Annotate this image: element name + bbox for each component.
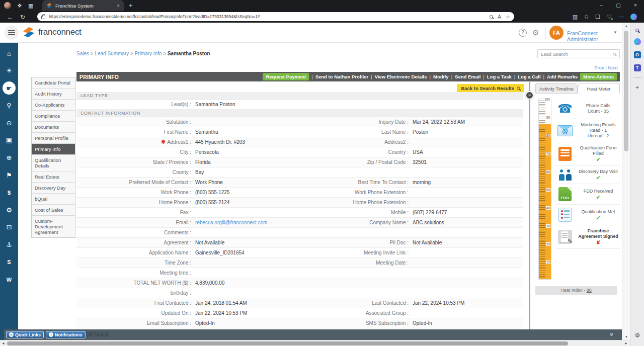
sales-leads-icon[interactable]: ☛ <box>3 81 16 95</box>
key-icon[interactable]: ⚲ <box>3 99 16 112</box>
sidebar-item-personal-profile[interactable]: Personal Profile <box>32 133 75 144</box>
sidebar-item-discovery-day[interactable]: Discovery Day <box>32 183 75 194</box>
more-actions-button[interactable]: More-Actions <box>580 73 617 80</box>
refresh-icon[interactable]: ↻ <box>20 14 25 21</box>
opportunity-icon[interactable]: ☀ <box>3 64 16 77</box>
tab-activity-timeline[interactable]: Activity Timeline <box>535 83 578 94</box>
heat-index-value[interactable]: 86 <box>587 288 592 293</box>
action-send-to-nathan-profiler[interactable]: Send to Nathan Profiler <box>315 74 369 79</box>
browser-tab[interactable]: Franchise System × <box>42 0 124 11</box>
back-to-search-button[interactable]: Back to Search Results <box>457 84 524 93</box>
workspaces-icon[interactable]: ❖ <box>17 3 22 9</box>
request-payment-button[interactable]: Request Payment <box>263 73 309 80</box>
sidebar-item-documents[interactable]: Documents <box>32 122 75 133</box>
breadcrumb-link[interactable]: Sales <box>76 51 89 56</box>
sidebar-teams-icon[interactable]: T <box>634 64 641 71</box>
notifications-button[interactable]: i Notifications <box>46 331 86 338</box>
field-label: Associated Group : <box>299 310 409 316</box>
user-avatar[interactable]: FA <box>549 26 564 40</box>
hamburger-menu-icon[interactable] <box>5 26 19 40</box>
sidebar-item-co-applicants[interactable]: Co-Applicants <box>32 100 75 111</box>
email-link[interactable]: rebecca.orgill@franconnect.com <box>195 220 268 225</box>
more-menu-icon[interactable]: ⋯ <box>618 14 624 20</box>
settings-gear-icon[interactable]: ⚙ <box>532 28 539 37</box>
hub-icon[interactable]: ⚓ <box>3 238 16 251</box>
close-button[interactable]: × <box>627 0 644 11</box>
finance-icon[interactable]: $ <box>3 186 16 199</box>
zoom-out-icon[interactable] <box>490 15 493 19</box>
browser-profile-avatar[interactable] <box>4 2 11 9</box>
scroll-right-icon[interactable]: ► <box>624 341 628 345</box>
back-search-icon <box>517 86 520 90</box>
training-icon[interactable]: ⚑ <box>3 168 16 182</box>
sidebar-item-qualification-details[interactable]: Qualification Details <box>32 155 75 171</box>
support-icon[interactable]: ⊕ <box>3 151 16 164</box>
sidebar-settings-icon[interactable]: ⚙ <box>630 332 644 339</box>
sidebar-search-icon[interactable] <box>635 29 639 32</box>
vertical-scrollbar[interactable]: ▲ ▼ <box>622 23 630 340</box>
maximize-button[interactable]: ▢ <box>610 0 627 11</box>
next-link[interactable]: Next <box>608 65 618 70</box>
messages-icon[interactable]: ▣ <box>3 134 16 147</box>
expand-footer-icon[interactable]: » <box>609 333 616 336</box>
sidebar-item-real-estate[interactable]: Real Estate <box>32 171 75 183</box>
collections-icon[interactable]: ❏ <box>595 14 600 20</box>
sidebar-item-bqual[interactable]: bQual <box>32 194 75 205</box>
tab-close-icon[interactable]: × <box>117 3 120 9</box>
sidebar-item-primary-info[interactable]: Primary Info <box>32 144 75 155</box>
scroll-up-icon[interactable]: ▲ <box>622 24 630 28</box>
horizontal-scroll-thumb[interactable] <box>7 341 568 345</box>
scroll-left-icon[interactable]: ◄ <box>2 341 5 345</box>
action-view-electronic-details[interactable]: View Electronic Details <box>375 74 427 79</box>
help-icon[interactable]: ? <box>519 29 527 37</box>
new-tab-button[interactable]: + <box>129 2 133 9</box>
home-icon[interactable]: ⌂ <box>3 47 16 60</box>
action-log-a-call[interactable]: Log a Call <box>518 74 540 79</box>
tab-actions-icon[interactable]: ▦ <box>28 3 33 9</box>
tab-heat-meter[interactable]: Heat Meter <box>578 83 620 94</box>
favorite-star-icon[interactable]: ☆ <box>506 14 510 20</box>
lead-search-icon[interactable] <box>613 52 616 55</box>
sidebar-copilot-icon[interactable] <box>634 38 641 45</box>
action-add-remarks[interactable]: Add Remarks <box>547 74 578 79</box>
minimize-button[interactable]: – <box>593 0 610 11</box>
browser-essentials-icon[interactable]: ♡ <box>607 14 612 20</box>
franconnect-logo[interactable]: franconnect <box>22 26 82 38</box>
sidebar-item-compliance[interactable]: Compliance <box>32 111 75 122</box>
performance-icon[interactable]: ⊙ <box>3 116 16 129</box>
copilot-icon[interactable] <box>630 14 637 20</box>
sidebar-add-icon[interactable]: + <box>635 84 639 91</box>
user-menu-chevron-icon[interactable]: ▼ <box>613 30 617 35</box>
breadcrumb: Sales > Lead Summary > Primary Info > Sa… <box>76 51 210 56</box>
back-icon[interactable]: ← <box>7 14 13 21</box>
logo-swoosh-icon <box>22 26 35 38</box>
breadcrumb-link[interactable]: Primary Info <box>135 51 162 56</box>
action-modify[interactable]: Modify <box>433 74 449 79</box>
action-send-email[interactable]: Send Email <box>455 74 480 79</box>
sidebar-item-cost-of-sales[interactable]: Cost of Sales <box>32 205 75 216</box>
activity-item: ✎FranchiseAgreement Signed✘ <box>555 225 620 249</box>
settings-icon[interactable]: ⚙ <box>3 203 16 216</box>
lead-search-input[interactable] <box>541 51 613 57</box>
sidebar-item-audit-history[interactable]: Audit History <box>32 89 75 100</box>
w-module-icon[interactable]: W <box>3 273 16 286</box>
lead-form: LEAD TYPELead(s) :Samantha PostonCONTACT… <box>76 92 523 328</box>
prev-link[interactable]: Prev <box>594 65 604 70</box>
vertical-scroll-thumb[interactable] <box>624 31 628 151</box>
favorites-icon[interactable]: ✩ <box>584 14 589 20</box>
address-bar[interactable]: https://enterprisedemo.franconnectdemo.n… <box>37 12 514 21</box>
remote-icon[interactable]: ⊡ <box>3 221 16 234</box>
sidebar-item-candidate-portal[interactable]: Candidate Portal <box>32 77 75 89</box>
sidebar-outlook-icon[interactable]: O <box>634 51 641 58</box>
quick-links-button[interactable]: ∞ Quick Links <box>6 331 44 338</box>
horizontal-scrollbar[interactable]: ◄ ► <box>0 340 630 346</box>
url-text[interactable]: https://enterprisedemo.franconnectdemo.n… <box>49 14 485 19</box>
action-log-a-task[interactable]: Log a Task <box>487 74 512 79</box>
split-screen-icon[interactable]: ▥ <box>573 14 578 20</box>
sidebar-item-custom-development-agreement[interactable]: Custom-Development Agreement <box>32 216 75 237</box>
scroll-down-icon[interactable]: ▼ <box>622 335 630 338</box>
breadcrumb-link[interactable]: Lead Summary <box>95 51 129 56</box>
s-module-icon[interactable]: S <box>3 255 16 269</box>
primary-info-toolbar: PRIMARY INFO Request Payment|Send to Nat… <box>76 72 620 81</box>
read-aloud-icon[interactable]: A <box>498 14 501 20</box>
